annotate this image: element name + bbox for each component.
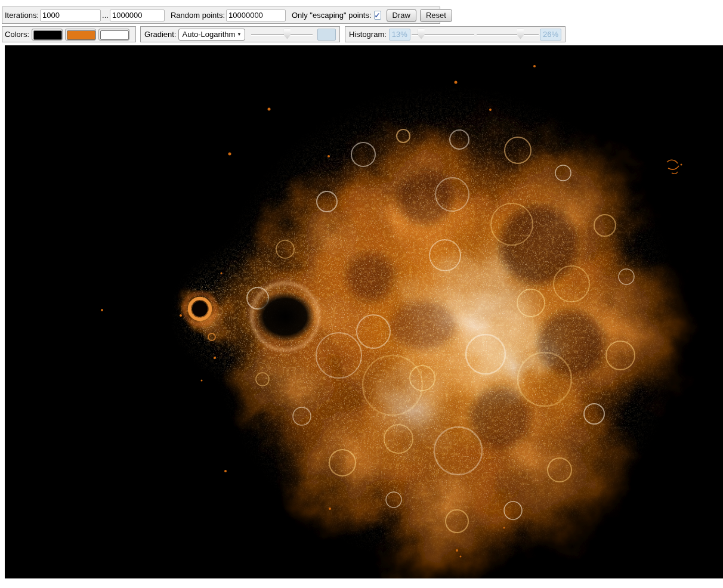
histogram-max-slider[interactable]	[477, 29, 539, 41]
gradient-slider-thumb[interactable]	[284, 29, 291, 39]
toolbar-iterations: Iterations: ... Random points: Only "esc…	[2, 7, 440, 24]
escaping-points-label: Only "escaping" points:	[292, 11, 372, 20]
histogram-min-value: 13%	[389, 29, 410, 41]
gradient-dropdown-value: Auto-Logarithm	[182, 30, 235, 39]
random-points-label: Random points:	[171, 11, 225, 20]
gradient-label: Gradient:	[144, 30, 176, 39]
gradient-dropdown[interactable]: Auto-Logarithm ▼	[178, 29, 245, 41]
iterations-label: Iterations:	[5, 11, 39, 20]
colors-group: Colors:	[2, 26, 136, 42]
fractal-dark-bulb	[252, 283, 319, 350]
gradient-slider[interactable]	[251, 29, 313, 41]
draw-button[interactable]: Draw	[387, 9, 416, 22]
app-window: { "toolbar1": { "iterations_label": "Ite…	[0, 0, 723, 588]
fractal-grain	[5, 45, 723, 578]
color-swatch-mid[interactable]	[65, 29, 96, 41]
gradient-slider-track[interactable]	[251, 34, 313, 36]
check-icon: ✓	[375, 12, 381, 19]
color-swatch-peak-fill	[100, 30, 129, 40]
fractal-image	[5, 45, 723, 578]
fractal-canvas[interactable]	[5, 45, 723, 578]
histogram-group: Histogram: 13% 26%	[345, 26, 566, 42]
reset-button[interactable]: Reset	[420, 9, 452, 22]
range-separator: ...	[102, 11, 109, 20]
histogram-max-slider-thumb[interactable]	[517, 29, 524, 39]
gradient-group: Gradient: Auto-Logarithm ▼	[140, 26, 340, 42]
histogram-max-slider-track[interactable]	[477, 34, 539, 36]
color-swatch-peak[interactable]	[98, 29, 129, 41]
color-swatch-mid-fill	[67, 30, 95, 40]
histogram-max-value: 26%	[540, 29, 561, 41]
color-swatch-background[interactable]	[32, 29, 63, 41]
chevron-down-icon: ▼	[237, 32, 242, 37]
escaping-points-checkbox[interactable]: ✓	[374, 11, 381, 20]
gradient-preview-box[interactable]	[317, 29, 336, 41]
histogram-min-slider[interactable]	[412, 29, 475, 41]
color-swatch-background-fill	[33, 30, 62, 40]
histogram-label: Histogram:	[349, 30, 387, 39]
iterations-min-input[interactable]	[40, 10, 101, 21]
iterations-max-input[interactable]	[110, 10, 165, 21]
random-points-input[interactable]	[226, 10, 286, 21]
colors-label: Colors:	[5, 30, 29, 39]
histogram-min-slider-thumb[interactable]	[418, 29, 425, 39]
